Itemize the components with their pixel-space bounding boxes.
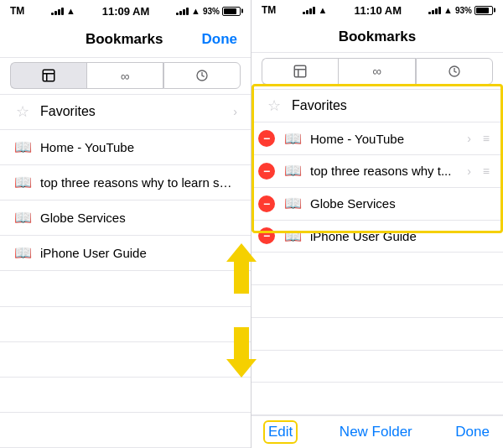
right-row-topthree[interactable]: − 📖 top three reasons why t... › ≡ <box>252 155 503 188</box>
reorder-topthree-handle[interactable]: ≡ <box>483 164 490 178</box>
left-book-icon-2: 📖 <box>13 174 32 191</box>
left-header: Bookmarks Done <box>0 23 251 58</box>
right-favorites-row[interactable]: ☆ Favorites <box>252 90 503 122</box>
left-empty-3 <box>0 342 251 378</box>
left-star-icon: ☆ <box>13 102 32 121</box>
left-battery-fill <box>224 8 236 14</box>
signal-icon <box>51 7 64 15</box>
right-header: Bookmarks <box>252 21 503 54</box>
left-signal: ▲ <box>51 6 75 16</box>
right-segment-bookmarks[interactable] <box>262 58 338 85</box>
right-segment-reading[interactable]: ∞ <box>338 58 415 85</box>
right-book-icon-4: 📖 <box>283 227 302 245</box>
right-empty-3 <box>252 318 503 351</box>
wifi-icon: ▲ <box>66 6 75 16</box>
left-empty-4 <box>0 378 251 413</box>
left-status-bar: TM ▲ 11:09 AM ▲ 93% <box>0 0 251 23</box>
left-book-icon-3: 📖 <box>13 209 32 227</box>
right-book-icon-1: 📖 <box>283 130 302 148</box>
right-signal: ▲ <box>303 5 327 15</box>
right-iphone-text: iPhone User Guide <box>310 229 490 243</box>
delete-iphone-button[interactable]: − <box>258 227 275 244</box>
right-row-youtube[interactable]: − 📖 Home - YouTube › ≡ <box>252 122 503 155</box>
left-empty-5 <box>0 413 251 448</box>
right-wifi2-icon: ▲ <box>443 5 453 15</box>
right-book-icon-2: 📖 <box>283 162 302 180</box>
right-youtube-chevron: › <box>467 132 471 145</box>
left-row-topthree[interactable]: 📖 top three reasons why to learn secon..… <box>0 165 251 201</box>
left-row-globe[interactable]: 📖 Globe Services <box>0 201 251 236</box>
delete-globe-button[interactable]: − <box>258 195 275 212</box>
svg-rect-0 <box>43 70 54 82</box>
left-segment-reading[interactable]: ∞ <box>86 62 163 89</box>
left-wifi-icon: ▲ <box>191 6 200 16</box>
svg-rect-4 <box>294 65 306 77</box>
right-carrier: TM <box>262 4 276 16</box>
reading-list-icon: ∞ <box>121 69 130 83</box>
left-book-icon-4: 📖 <box>13 244 32 262</box>
left-time: 11:09 AM <box>102 5 150 18</box>
left-phone-panel: TM ▲ 11:09 AM ▲ 93% <box>0 0 252 448</box>
right-battery-pct: 93% <box>455 6 472 15</box>
left-favorites-chevron: › <box>233 105 237 118</box>
right2-signal-icon <box>428 6 441 14</box>
left-favorites-row[interactable]: ☆ Favorites › <box>0 95 251 130</box>
left-youtube-text: Home - YouTube <box>40 140 237 154</box>
delete-youtube-button[interactable]: − <box>258 130 275 147</box>
left-battery-pct: 93% <box>203 7 220 16</box>
left-right-status: ▲ 93% <box>176 6 241 16</box>
right-empty-5 <box>252 383 503 415</box>
left-globe-text: Globe Services <box>40 211 237 225</box>
left-favorites-label: Favorites <box>40 104 225 119</box>
reorder-youtube-handle[interactable]: ≡ <box>483 132 490 145</box>
left-topthree-text: top three reasons why to learn secon... <box>40 175 237 190</box>
left-empty-1 <box>0 271 251 306</box>
left-iphone-text: iPhone User Guide <box>40 246 237 260</box>
right-globe-text: Globe Services <box>310 196 490 211</box>
left-row-iphone[interactable]: 📖 iPhone User Guide <box>0 236 251 271</box>
left-segment-history[interactable] <box>163 62 241 89</box>
left-battery-icon <box>222 7 241 16</box>
right-battery-icon <box>474 6 493 15</box>
right-empty-2 <box>252 285 503 318</box>
right-empty-4 <box>252 351 503 383</box>
right-wifi-icon: ▲ <box>318 5 327 15</box>
left-empty-2 <box>0 307 251 342</box>
right-favorites-label: Favorites <box>292 98 490 113</box>
right-status-bar: TM ▲ 11:10 AM ▲ 93% <box>252 0 503 21</box>
right-youtube-text: Home - YouTube <box>310 132 459 146</box>
right-topthree-chevron: › <box>467 164 471 178</box>
left-done-button[interactable]: Done <box>202 31 238 48</box>
left-segment-bar: ∞ <box>0 58 251 95</box>
right-book-icon-3: 📖 <box>283 195 302 212</box>
right-battery-fill <box>476 8 489 13</box>
left-header-title: Bookmarks <box>47 31 202 48</box>
right-header-title: Bookmarks <box>298 29 456 45</box>
new-folder-button[interactable]: New Folder <box>340 424 412 440</box>
left-book-icon-1: 📖 <box>13 138 32 156</box>
right-signal-icon2 <box>303 6 315 14</box>
right-row-globe[interactable]: − 📖 Globe Services <box>252 188 503 221</box>
left-row-youtube[interactable]: 📖 Home - YouTube <box>0 130 251 165</box>
left-segment-bookmarks[interactable] <box>10 62 86 89</box>
right-topthree-text: top three reasons why t... <box>310 164 459 178</box>
right-phone-panel: TM ▲ 11:10 AM ▲ 93% <box>252 0 503 448</box>
right-star-icon: ☆ <box>265 96 283 115</box>
right-time: 11:10 AM <box>354 4 402 17</box>
right-signal-icon <box>176 7 189 15</box>
left-carrier: TM <box>10 5 24 17</box>
delete-topthree-button[interactable]: − <box>258 163 275 180</box>
right-empty-1 <box>252 253 503 285</box>
right-segment-bar: ∞ <box>252 53 503 90</box>
right-done-button[interactable]: Done <box>455 424 490 440</box>
right-row-iphone[interactable]: − 📖 iPhone User Guide <box>252 221 503 253</box>
right-bottom-bar: Edit New Folder Done <box>252 415 503 448</box>
right-segment-history[interactable] <box>416 58 493 85</box>
edit-button[interactable]: Edit <box>265 422 296 442</box>
right-reading-icon: ∞ <box>372 64 381 78</box>
right-right-status: ▲ 93% <box>428 5 493 15</box>
